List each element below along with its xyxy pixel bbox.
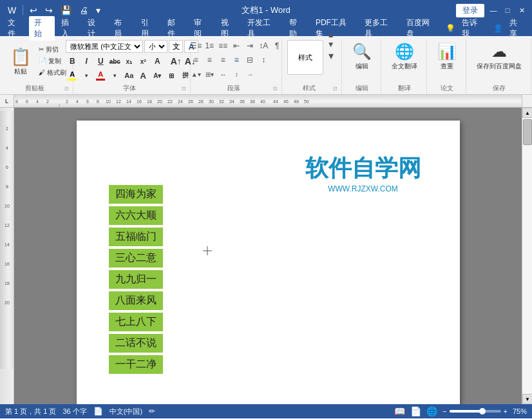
text-item-9[interactable]: 一干二净 <box>109 355 163 374</box>
para-extra2[interactable]: ↕ <box>230 68 243 80</box>
view-read-icon[interactable]: 📖 <box>394 406 405 416</box>
font-extra-button[interactable]: A <box>137 70 149 81</box>
close-button[interactable]: ✕ <box>517 5 527 15</box>
save-cloud-button[interactable]: ☁ 保存到百度网盘 <box>471 40 527 73</box>
paste-button[interactable]: 📋 粘贴 <box>6 44 35 79</box>
align-center-button[interactable]: ≡ <box>203 54 216 66</box>
menu-references[interactable]: 引用 <box>136 16 161 41</box>
copy-button[interactable]: 📄 复制 <box>36 56 69 66</box>
line-spacing-button[interactable]: ↕ <box>257 54 270 66</box>
superscript-button[interactable]: x² <box>137 55 149 67</box>
increase-indent-button[interactable]: ⇥ <box>243 40 256 52</box>
minimize-button[interactable]: — <box>488 5 499 15</box>
menu-help[interactable]: 帮助 <box>284 16 309 41</box>
menu-more-tools[interactable]: 更多工具 <box>359 16 400 41</box>
menu-mailings[interactable]: 邮件 <box>162 16 187 41</box>
font-color-button[interactable]: A <box>94 70 107 81</box>
save-icon[interactable]: 💾 <box>58 4 74 17</box>
fontAa-button[interactable]: Aa <box>122 70 135 81</box>
menu-file[interactable]: 文件 <box>3 16 28 41</box>
menu-share[interactable]: 共享 <box>504 16 529 41</box>
underline-button[interactable]: U <box>94 55 107 67</box>
login-button[interactable]: 登录 <box>456 4 484 17</box>
text-item-3[interactable]: 五福临门 <box>109 228 163 246</box>
edit-button[interactable]: 🔍 编辑 <box>347 40 377 73</box>
bullet-list-button[interactable]: ☰≡ <box>189 40 202 52</box>
svg-text:18: 18 <box>147 99 152 104</box>
check-weight-button[interactable]: 📊 查重 <box>432 40 462 73</box>
font-size-select[interactable]: 小二 <box>144 40 167 53</box>
multi-list-button[interactable]: ≡≡ <box>216 40 229 52</box>
menu-review[interactable]: 审阅 <box>189 16 214 41</box>
number-list-button[interactable]: 1≡ <box>203 40 216 52</box>
text-item-2[interactable]: 六六大顺 <box>109 206 163 225</box>
style-box[interactable]: 样式 <box>287 40 323 75</box>
column-button[interactable]: ⊟ <box>243 54 256 66</box>
style-expand-icon[interactable]: ⊡ <box>333 86 337 92</box>
zoom-thumb[interactable] <box>479 408 486 414</box>
align-left-button[interactable]: ≡ <box>189 54 202 66</box>
font-highlight-button[interactable]: A <box>66 70 79 81</box>
text-item-5[interactable]: 九九归一 <box>109 270 163 289</box>
text-item-7[interactable]: 七上八下 <box>109 313 163 331</box>
menu-baidu-disk[interactable]: 百度网盘 <box>401 16 442 41</box>
document-area: 2 4 6 8 10 12 14 16 18 20 软件自学网 WWW.RJZX… <box>0 108 532 404</box>
sort-button[interactable]: ↕A <box>257 40 270 52</box>
text-item-1[interactable]: 四海为家 <box>109 185 163 204</box>
undo-icon[interactable]: ↩ <box>27 4 40 17</box>
highlight-dropdown[interactable]: ▾ <box>80 70 93 81</box>
menu-developer[interactable]: 开发工具 <box>242 16 283 41</box>
vertical-scrollbar[interactable]: ▲ ▼ <box>522 108 532 404</box>
clipboard-expand-icon[interactable]: ⊡ <box>64 86 69 92</box>
menu-home[interactable]: 开始 <box>29 16 54 41</box>
text-item-4[interactable]: 三心二意 <box>109 249 163 268</box>
customize-icon[interactable]: ▾ <box>93 4 103 17</box>
shading-button[interactable]: ▲▾ <box>189 68 202 80</box>
scroll-down-button[interactable]: ▼ <box>522 394 532 404</box>
zoom-percent[interactable]: 75% <box>513 407 527 415</box>
text-item-8[interactable]: 二话不说 <box>109 334 163 353</box>
redo-icon[interactable]: ↪ <box>43 4 55 17</box>
zoom-plus-button[interactable]: + <box>504 407 508 415</box>
wen-button[interactable]: 文 <box>169 40 183 53</box>
bold-button[interactable]: B <box>66 55 79 67</box>
para-extra1[interactable]: ↔ <box>216 68 229 80</box>
view-web-icon[interactable]: 🌐 <box>426 406 437 416</box>
font-color-dropdown[interactable]: ▾ <box>108 70 121 81</box>
menu-design[interactable]: 设计 <box>82 16 108 41</box>
format-painter-button[interactable]: 🖌 格式刷 <box>36 68 69 78</box>
ruler-corner[interactable]: L <box>0 95 14 107</box>
align-right-button[interactable]: ≡ <box>216 54 229 66</box>
scroll-up-button[interactable]: ▲ <box>522 108 532 118</box>
doc-scroll-area[interactable]: 软件自学网 WWW.RJZXW.COM 四海为家 六六大顺 五福临门 三心二意 … <box>14 108 522 404</box>
full-translate-label: 全文翻译 <box>392 62 417 71</box>
maximize-button[interactable]: □ <box>502 5 513 15</box>
show-para-button[interactable]: ¶ <box>271 40 283 52</box>
menu-layout[interactable]: 布局 <box>109 16 134 41</box>
subscript-button[interactable]: x₁ <box>122 55 135 67</box>
font-expand-icon[interactable]: ⊡ <box>182 86 186 92</box>
menu-view[interactable]: 视图 <box>216 16 241 41</box>
quick-print-icon[interactable]: 🖨 <box>77 4 91 17</box>
strikethrough-button[interactable]: abc <box>108 55 121 67</box>
decrease-indent-button[interactable]: ⇤ <box>230 40 243 52</box>
menu-insert[interactable]: 插入 <box>56 16 81 41</box>
font-size-up-button[interactable]: A↑ <box>169 55 182 67</box>
font-shading-button[interactable]: A▾ <box>151 70 164 81</box>
font-border-button[interactable]: ⊞ <box>165 70 178 81</box>
border-button[interactable]: ⊞▾ <box>203 68 216 80</box>
justify-button[interactable]: ≡ <box>230 54 243 66</box>
text-item-6[interactable]: 八面来风 <box>109 291 163 310</box>
clear-format-button[interactable]: A <box>151 55 164 67</box>
para-expand-icon[interactable]: ⊡ <box>273 86 278 92</box>
scroll-thumb[interactable] <box>523 119 532 145</box>
view-layout-icon[interactable]: 📄 <box>410 406 421 416</box>
italic-button[interactable]: I <box>80 55 93 67</box>
style-scroll-button[interactable]: ▲▼▾ <box>325 40 337 52</box>
para-extra3[interactable]: → <box>243 68 256 80</box>
full-translate-button[interactable]: 🌐 全文翻译 <box>386 40 423 73</box>
zoom-minus-button[interactable]: − <box>442 407 446 415</box>
cut-button[interactable]: ✂ 剪切 <box>36 44 69 55</box>
menu-tell-me[interactable]: 告诉我 <box>457 16 489 41</box>
font-name-select[interactable]: 微软雅黑 (中文正文) <box>66 40 143 53</box>
